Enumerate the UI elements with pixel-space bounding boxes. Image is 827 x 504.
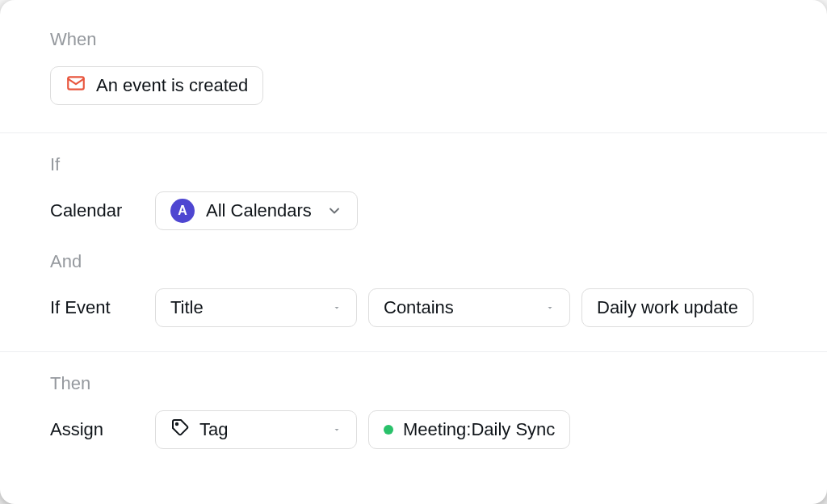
rule-builder-card: When An event is created If Calendar A A… (0, 0, 827, 504)
calendar-row-label: Calendar (50, 200, 139, 221)
if-event-row: If Event Title Contains Daily work updat… (50, 288, 777, 327)
mail-icon (65, 73, 86, 99)
when-section: When An event is created (0, 6, 827, 132)
assign-tag-name: Meeting:Daily Sync (403, 419, 555, 440)
calendar-selected-label: All Calendars (206, 200, 312, 221)
and-label: And (50, 251, 777, 272)
assign-controls: Tag Meeting:Daily Sync (155, 410, 570, 449)
event-field-value: Title (170, 297, 204, 318)
then-label: Then (50, 373, 777, 394)
event-value-input[interactable]: Daily work update (581, 288, 754, 327)
tag-icon (170, 418, 190, 442)
event-operator-value: Contains (384, 297, 454, 318)
trigger-label: An event is created (96, 75, 248, 96)
when-label: When (50, 29, 777, 50)
then-section: Then Assign Tag (0, 352, 827, 477)
calendar-row: Calendar A All Calendars (50, 191, 777, 230)
tag-color-dot (384, 425, 393, 435)
calendar-avatar: A (170, 199, 195, 223)
if-event-controls: Title Contains Daily work update (155, 288, 754, 327)
calendar-select[interactable]: A All Calendars (155, 191, 358, 230)
when-row: An event is created (50, 66, 777, 105)
event-field-select[interactable]: Title (155, 288, 357, 327)
caret-down-icon (332, 425, 342, 435)
if-event-row-label: If Event (50, 297, 139, 318)
chevron-down-icon (326, 203, 342, 219)
trigger-select[interactable]: An event is created (50, 66, 263, 105)
assign-row: Assign Tag Meeting:Dai (50, 410, 777, 449)
assign-field-value: Tag (199, 419, 228, 440)
assign-row-label: Assign (50, 419, 139, 440)
event-value-text: Daily work update (597, 297, 738, 318)
event-operator-select[interactable]: Contains (368, 288, 570, 327)
caret-down-icon (332, 303, 342, 313)
assign-tag-select[interactable]: Meeting:Daily Sync (368, 410, 570, 449)
assign-field-select[interactable]: Tag (155, 410, 357, 449)
if-section: If Calendar A All Calendars And If Event… (0, 133, 827, 351)
if-label: If (50, 154, 777, 175)
svg-point-1 (176, 423, 178, 425)
caret-down-icon (545, 303, 555, 313)
